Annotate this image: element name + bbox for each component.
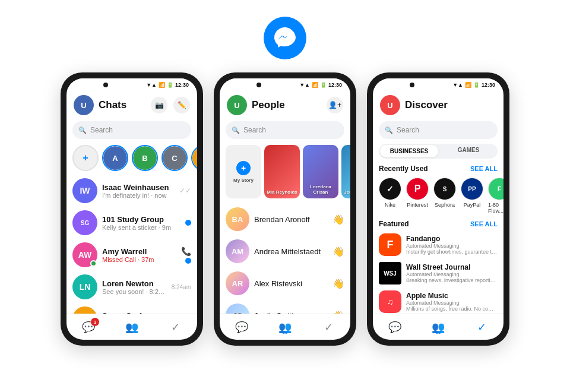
story-card-name-2: Loredana Crisan xyxy=(303,184,338,195)
chat-item-3[interactable]: AW Amy Warrell Missed Call · 37m 📞 xyxy=(66,239,197,271)
featured-list: F Fandango Automated Messaging Instantly… xyxy=(373,230,504,314)
search-icon-3: 🔍 xyxy=(385,127,393,134)
pinterest-logo-text: P xyxy=(414,184,421,194)
discover-title: Discover xyxy=(405,99,496,111)
nav-chat[interactable]: 💬 3 xyxy=(66,314,110,340)
chat-avatar-4: LN xyxy=(72,274,97,299)
chat-time-4: 8:24am xyxy=(172,284,191,290)
chats-header: U Chats 📷 ✏️ xyxy=(66,91,197,119)
chat-item-2[interactable]: SG 101 Study Group Kelly sent a sticker … xyxy=(66,207,197,239)
featured-wsj[interactable]: WSJ Wall Street Journal Automated Messag… xyxy=(373,259,504,287)
camera-notch-3 xyxy=(410,83,414,87)
bottom-nav-1: 💬 3 👥 ✓ xyxy=(66,314,197,340)
search-label-3: Search xyxy=(397,126,419,134)
nike-label: Nike xyxy=(385,202,395,208)
people-name-3: Alex Ristevski xyxy=(254,279,328,288)
my-story-card[interactable]: + My Story xyxy=(226,145,261,198)
read-check: ✓✓ xyxy=(179,186,191,195)
brand-nike[interactable]: ✓ Nike xyxy=(379,178,401,214)
nav-check-2[interactable]: ✓ xyxy=(307,314,350,340)
logo-area xyxy=(264,0,306,72)
nav-discover[interactable]: ✓ xyxy=(460,314,504,340)
people-avatar-1: BA xyxy=(226,207,249,231)
brand-paypal[interactable]: PP PayPal xyxy=(461,178,483,214)
add-story[interactable]: + xyxy=(72,145,99,171)
story-1[interactable]: A xyxy=(102,145,128,171)
featured-fandango[interactable]: F Fandango Automated Messaging Instantly… xyxy=(373,230,504,259)
brand-sephora[interactable]: S Sephora xyxy=(433,178,456,214)
chat-name-2: 101 Study Group xyxy=(102,215,180,224)
tab-games[interactable]: GAMES xyxy=(439,144,498,159)
story-3[interactable]: C xyxy=(162,145,188,171)
brand-pinterest[interactable]: P Pinterest xyxy=(406,178,429,214)
story-2[interactable]: B xyxy=(132,145,158,171)
flow-logo-text: F xyxy=(498,186,501,192)
people-search[interactable]: 🔍 Search xyxy=(226,121,344,139)
my-story-plus: + xyxy=(236,161,251,175)
search-label: Search xyxy=(90,126,113,134)
see-all-1[interactable]: SEE ALL xyxy=(470,165,498,172)
chat-list: IW Isaac Weinhausen I'm definately in! ·… xyxy=(66,175,197,314)
discover-header: U Discover xyxy=(373,91,504,119)
chat-item-4[interactable]: LN Loren Newton See you soon! · 8:24am 8… xyxy=(66,271,197,303)
chats-search[interactable]: 🔍 Search xyxy=(72,121,191,139)
chat-info-3: Amy Warrell Missed Call · 37m xyxy=(102,247,176,263)
chat-item-5[interactable]: SS Super Surfers Tomorrow is great · Mon… xyxy=(66,303,197,314)
chat-item-1[interactable]: IW Isaac Weinhausen I'm definately in! ·… xyxy=(66,175,197,207)
nav-chat-3[interactable]: 💬 xyxy=(373,314,416,340)
wave-icon-3[interactable]: 👋 xyxy=(332,278,344,289)
chat-avatar-2: SG xyxy=(72,210,97,235)
bottom-nav-3: 💬 👥 33 ✓ xyxy=(373,314,504,340)
story-card-name-3: Jean-M Denis xyxy=(344,189,350,195)
chat-meta-2 xyxy=(185,220,191,226)
add-friend-button[interactable]: 👤+ xyxy=(327,97,343,113)
recently-used-section: Recently Used SEE ALL xyxy=(373,162,504,175)
check-nav-icon: ✓ xyxy=(171,321,180,334)
people-item-2[interactable]: AM Andrea Mittelstaedt 👋 xyxy=(220,235,350,267)
unread-indicator xyxy=(185,220,191,226)
camera-button[interactable]: 📷 xyxy=(151,97,167,113)
fandango-desc: Instantly get showtimes, guarantee tick.… xyxy=(406,249,498,255)
featured-apple-music[interactable]: ♫ Apple Music Automated Messaging Millio… xyxy=(373,287,504,314)
people-item-3[interactable]: AR Alex Ristevski 👋 xyxy=(220,267,350,299)
story-card-1[interactable]: Mia Reynolds xyxy=(264,145,300,198)
nav-people-3[interactable]: 👥 33 xyxy=(416,314,460,340)
story-card-2[interactable]: Loredana Crisan xyxy=(303,145,338,198)
status-icons-2: ▼▲📶🔋 12:30 xyxy=(299,82,342,88)
tab-businesses[interactable]: BUSINESSES xyxy=(380,145,438,157)
nav-people[interactable]: 👥 xyxy=(110,314,153,340)
chat-meta-3: 📞 xyxy=(181,246,191,264)
story-card-3[interactable]: Jean-M Denis xyxy=(341,145,350,198)
people-nav-icon: 👥 xyxy=(125,321,138,334)
chat-preview-2: Kelly sent a sticker · 9m xyxy=(102,224,180,231)
wave-icon-2[interactable]: 👋 xyxy=(332,246,344,257)
discover-nav-icon: ✓ xyxy=(477,321,486,334)
wsj-sub: Automated Messaging xyxy=(406,271,498,277)
nav-people-2[interactable]: 👥 33 xyxy=(263,314,306,340)
nav-chat-2[interactable]: 💬 xyxy=(220,314,263,340)
recently-used-label: Recently Used xyxy=(379,165,428,173)
featured-label: Featured xyxy=(379,220,409,228)
phone-people: ▼▲📶🔋 12:30 U People 👤+ 🔍 Search xyxy=(214,72,356,346)
paypal-logo-text: PP xyxy=(468,186,476,192)
discover-search[interactable]: 🔍 Search xyxy=(379,121,498,139)
check-nav-icon-2: ✓ xyxy=(324,321,333,334)
people-badge: 33 xyxy=(283,330,288,335)
nav-check[interactable]: ✓ xyxy=(154,314,197,340)
people-header: U People 👤+ xyxy=(220,91,350,119)
compose-button[interactable]: ✏️ xyxy=(173,97,190,113)
story-4[interactable]: D xyxy=(191,145,197,171)
chat-preview-1: I'm definately in! · now xyxy=(102,192,175,199)
wave-icon-1[interactable]: 👋 xyxy=(332,214,344,225)
chat-nav-icon-3: 💬 xyxy=(388,321,401,334)
camera-notch xyxy=(103,83,108,87)
brand-flow[interactable]: F 1-80 Flow... xyxy=(488,178,504,214)
people-item-1[interactable]: BA Brendan Aronoff 👋 xyxy=(220,203,350,235)
chat-preview-4: See you soon! · 8:24am xyxy=(102,288,167,295)
online-indicator xyxy=(90,260,97,267)
chats-title: Chats xyxy=(99,99,146,111)
people-item-4[interactable]: JS Justin Smith 👋 xyxy=(220,299,350,314)
chat-name-1: Isaac Weinhausen xyxy=(102,183,175,192)
see-all-2[interactable]: SEE ALL xyxy=(470,220,498,227)
chat-preview-3: Missed Call · 37m xyxy=(102,256,176,263)
